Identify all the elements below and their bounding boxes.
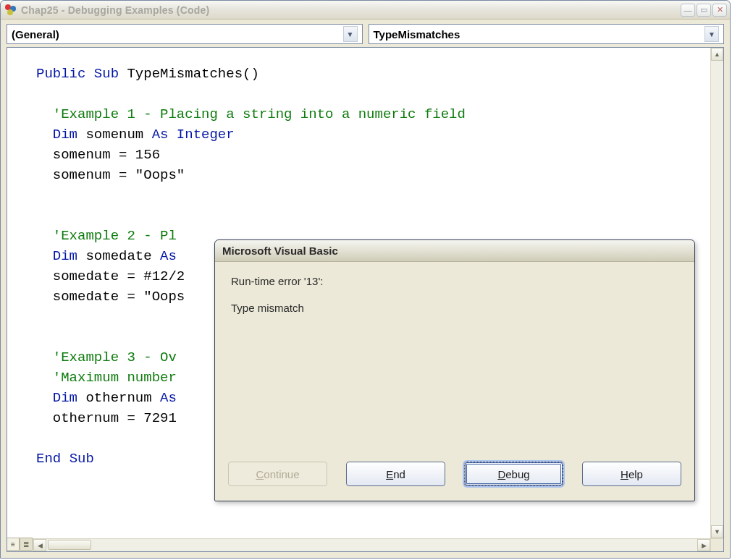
- procedure-dropdown[interactable]: TypeMismatches ▼: [369, 24, 725, 44]
- chevron-down-icon: ▼: [343, 26, 358, 42]
- horizontal-scrollbar[interactable]: ≡ ≣ ◀ ▶: [7, 538, 710, 551]
- scrollbar-corner: [710, 538, 723, 551]
- window-controls: — ▭ ✕: [681, 4, 727, 17]
- error-message-text: Type mismatch: [231, 302, 678, 314]
- app-icon: [5, 4, 17, 16]
- scroll-track[interactable]: [46, 539, 697, 551]
- scroll-track[interactable]: [711, 61, 723, 525]
- scroll-thumb[interactable]: [48, 540, 91, 550]
- scroll-right-icon[interactable]: ▶: [697, 539, 710, 551]
- help-button[interactable]: Help: [582, 462, 681, 486]
- view-tabs: ≡ ≣: [7, 538, 33, 552]
- dialog-body: Run-time error '13': Type mismatch: [215, 262, 694, 462]
- end-button[interactable]: End: [346, 462, 445, 486]
- chevron-down-icon: ▼: [704, 26, 719, 42]
- debug-button[interactable]: Debug: [464, 462, 563, 486]
- full-module-view-tab[interactable]: ≣: [20, 538, 33, 551]
- scroll-down-icon[interactable]: ▼: [711, 525, 723, 538]
- window-title: Chap25 - Debugging Examples (Code): [21, 4, 681, 16]
- object-dropdown-value: (General): [12, 28, 343, 41]
- dialog-buttons: Continue End Debug Help: [215, 462, 694, 501]
- close-button[interactable]: ✕: [712, 4, 727, 17]
- dialog-title: Microsoft Visual Basic: [215, 240, 694, 262]
- code-window: Chap25 - Debugging Examples (Code) — ▭ ✕…: [0, 0, 731, 559]
- titlebar: Chap25 - Debugging Examples (Code) — ▭ ✕: [1, 1, 730, 20]
- continue-button: Continue: [228, 462, 327, 486]
- scroll-up-icon[interactable]: ▲: [711, 48, 723, 61]
- error-code-text: Run-time error '13':: [231, 275, 678, 287]
- error-dialog: Microsoft Visual Basic Run-time error '1…: [214, 239, 695, 501]
- dropdown-row: (General) ▼ TypeMismatches ▼: [1, 20, 730, 47]
- procedure-dropdown-value: TypeMismatches: [374, 28, 705, 41]
- procedure-view-tab[interactable]: ≡: [7, 538, 20, 551]
- maximize-button[interactable]: ▭: [697, 4, 711, 17]
- minimize-button[interactable]: —: [681, 4, 695, 17]
- vertical-scrollbar[interactable]: ▲ ▼: [710, 48, 723, 538]
- object-dropdown[interactable]: (General) ▼: [7, 24, 363, 44]
- scroll-left-icon[interactable]: ◀: [33, 539, 46, 551]
